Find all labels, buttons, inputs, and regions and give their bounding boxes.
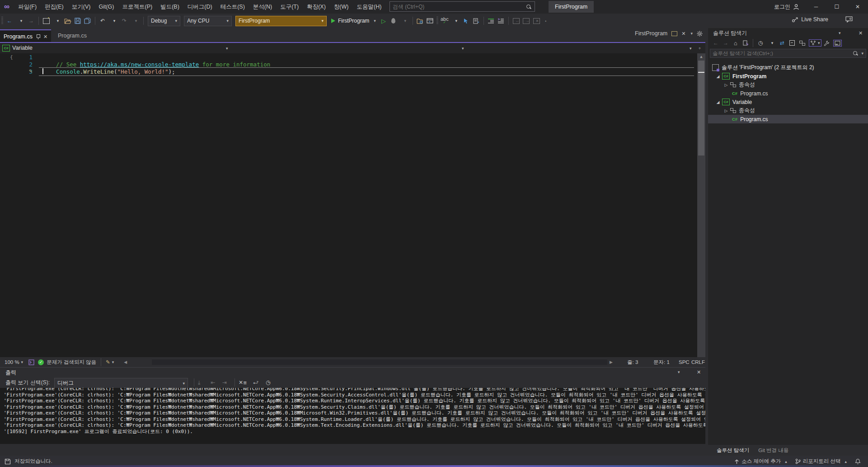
undo-button[interactable]: ↶ xyxy=(98,15,108,26)
scrollbar-thumb[interactable] xyxy=(698,61,704,156)
document-outline-button[interactable] xyxy=(471,15,481,26)
collapsed-icon[interactable]: ▷ xyxy=(724,83,728,87)
global-search-input[interactable] xyxy=(390,4,526,10)
type-dropdown[interactable] xyxy=(234,43,468,53)
column-indicator[interactable]: 문자: 1 xyxy=(653,357,670,367)
sync-with-active-document-icon[interactable]: ⇄ xyxy=(777,38,787,48)
close-document-icon[interactable]: ✕ xyxy=(681,31,685,37)
toolbar-overflow-button[interactable]: ▪ xyxy=(541,15,551,26)
solution-platform-dropdown[interactable]: Any CPU ▾ xyxy=(184,16,232,26)
menu-project[interactable]: 프로젝트(P) xyxy=(118,0,156,14)
switch-views-icon[interactable] xyxy=(741,38,751,48)
new-project-button[interactable]: * xyxy=(41,15,51,26)
close-panel-icon[interactable]: ✕ xyxy=(859,30,863,36)
menu-analyze[interactable]: 분석(N) xyxy=(249,0,276,14)
solution-search-input[interactable] xyxy=(710,51,853,56)
tab-git-changes[interactable]: Git 변경 내용 xyxy=(754,447,793,454)
increase-indent-button[interactable] xyxy=(496,15,506,26)
keep-open-icon[interactable] xyxy=(671,31,677,36)
line-ending-indicator[interactable]: CRLF xyxy=(691,357,705,367)
global-search-box[interactable] xyxy=(389,1,535,12)
menu-debug[interactable]: 디버그(D) xyxy=(183,0,216,14)
tree-row-program-cs-selected[interactable]: C# Program.cs xyxy=(708,115,868,123)
tree-row-solution[interactable]: 솔루션 'FirstProgram' (2 프로젝트의 2) xyxy=(708,63,868,72)
close-button[interactable]: ✕ xyxy=(847,0,868,14)
editor-horizontal-scrollbar[interactable] xyxy=(152,359,607,365)
undo-chevron-icon[interactable]: ▾ xyxy=(109,15,119,26)
menu-test[interactable]: 테스트(S) xyxy=(216,0,249,14)
member-dropdown[interactable] xyxy=(469,43,696,53)
zoom-level-dropdown[interactable]: 100 % xyxy=(5,359,19,365)
tree-row-project-firstprogram[interactable]: ◢ C# FirstProgram xyxy=(708,72,868,80)
menu-extensions[interactable]: 확장(X) xyxy=(303,0,330,14)
save-button[interactable] xyxy=(73,15,83,26)
previous-message-icon[interactable]: ⇤ xyxy=(211,380,215,385)
redo-chevron-icon[interactable]: ▾ xyxy=(131,15,141,26)
expanded-icon[interactable]: ◢ xyxy=(716,74,720,79)
jump-to-message-icon[interactable]: ⤓ xyxy=(198,380,200,385)
menu-window[interactable]: 창(W) xyxy=(330,0,353,14)
menu-help[interactable]: 도움말(H) xyxy=(352,0,385,14)
forward-icon[interactable]: → xyxy=(721,38,731,48)
menu-build[interactable]: 빌드(B) xyxy=(156,0,183,14)
tree-row-dependencies[interactable]: ▷ 종속성 xyxy=(708,80,868,89)
next-bookmark-button[interactable]: → xyxy=(521,15,531,26)
redo-button[interactable]: ↷ xyxy=(119,15,129,26)
close-panel-icon[interactable]: ✕ xyxy=(697,369,701,375)
tab-program-cs-active[interactable]: Program.cs ✕ xyxy=(0,29,51,43)
editor-vertical-scrollbar[interactable]: ▲ xyxy=(697,53,705,357)
line-indicator[interactable]: 줄: 3 xyxy=(627,357,638,367)
code-editor[interactable]: { 1 2 3 // See https://aka.ms/new-consol… xyxy=(0,53,705,357)
start-without-debugging-button[interactable]: ▷ xyxy=(379,15,389,26)
open-file-button[interactable] xyxy=(63,15,73,26)
pending-changes-filter-icon[interactable]: ◷ xyxy=(755,38,765,48)
code-cleanup-pen-icon[interactable]: ✎ xyxy=(106,359,110,365)
new-project-chevron-icon[interactable]: ▾ xyxy=(53,15,63,26)
navigate-back-chevron-icon[interactable]: ▾ xyxy=(16,15,26,26)
output-text-area[interactable]: 'FirstProgram.exe'(CoreCLR: clrhost): 'C… xyxy=(0,388,705,444)
menu-tools[interactable]: 도구(T) xyxy=(276,0,303,14)
nested-files-icon[interactable] xyxy=(797,38,807,48)
spaces-indicator[interactable]: SPC xyxy=(679,357,690,367)
tree-row-project-variable[interactable]: ◢ C# Variable xyxy=(708,98,868,106)
back-icon[interactable]: ← xyxy=(711,38,721,48)
clear-all-icon[interactable]: ✕≣ xyxy=(239,380,247,385)
split-window-handle[interactable]: ÷ xyxy=(699,46,701,51)
navigate-forward-button[interactable]: → xyxy=(26,15,36,26)
project-chevron-icon[interactable]: ▾ xyxy=(226,46,228,51)
properties-wrench-icon[interactable] xyxy=(821,38,831,48)
hot-reload-button[interactable] xyxy=(389,15,399,26)
filter-chevron-icon[interactable]: ▾ xyxy=(767,38,777,48)
home-icon[interactable]: ⌂ xyxy=(731,38,741,48)
menu-file[interactable]: 파일(F) xyxy=(14,0,41,14)
next-message-icon[interactable]: ⇥ xyxy=(222,380,227,385)
document-health-label[interactable]: 문제가 검색되지 않음 xyxy=(47,359,96,366)
close-tab-icon[interactable]: ✕ xyxy=(43,34,47,40)
window-list-chevron-icon[interactable]: ▾ xyxy=(690,31,693,36)
window-position-chevron-icon[interactable]: ▾ xyxy=(839,31,841,35)
interactive-window-icon[interactable] xyxy=(28,359,34,365)
login-button[interactable]: 로그인 xyxy=(774,0,799,14)
tab-solution-explorer[interactable]: 솔루션 탐색기 xyxy=(712,447,754,454)
live-share-button[interactable]: Live Share xyxy=(792,16,828,23)
output-source-dropdown[interactable]: 디버그 ▾ xyxy=(54,378,188,388)
start-debugging-button[interactable]: FirstProgram ▾ xyxy=(328,15,379,26)
hot-reload-chevron-icon[interactable]: ▾ xyxy=(400,15,410,26)
tab-program-cs-inactive[interactable]: Program.cs xyxy=(54,29,90,42)
word-wrap-icon[interactable]: ⮐ xyxy=(253,380,258,385)
navigate-backward-button[interactable]: ← xyxy=(5,15,14,26)
solution-configuration-dropdown[interactable]: Debug ▾ xyxy=(148,16,180,26)
project-dropdown[interactable]: C# Variable xyxy=(0,43,233,53)
feedback-button[interactable] xyxy=(845,16,853,23)
toolbar-grip[interactable] xyxy=(436,17,438,25)
previous-bookmark-button[interactable]: ← xyxy=(511,15,521,26)
navigate-to-cursor-button[interactable] xyxy=(461,15,471,26)
collapsed-icon[interactable]: ▷ xyxy=(724,108,728,113)
menu-view[interactable]: 보기(V) xyxy=(68,0,95,14)
clear-bookmarks-button[interactable]: ✕ xyxy=(531,15,541,26)
window-position-chevron-icon[interactable]: ▾ xyxy=(678,370,680,374)
clock-icon[interactable]: ◷ xyxy=(266,380,270,385)
gear-icon[interactable] xyxy=(697,31,703,37)
type-chevron-icon[interactable]: ▾ xyxy=(462,46,464,51)
search-options-chevron-icon[interactable]: ▾ xyxy=(861,51,863,56)
